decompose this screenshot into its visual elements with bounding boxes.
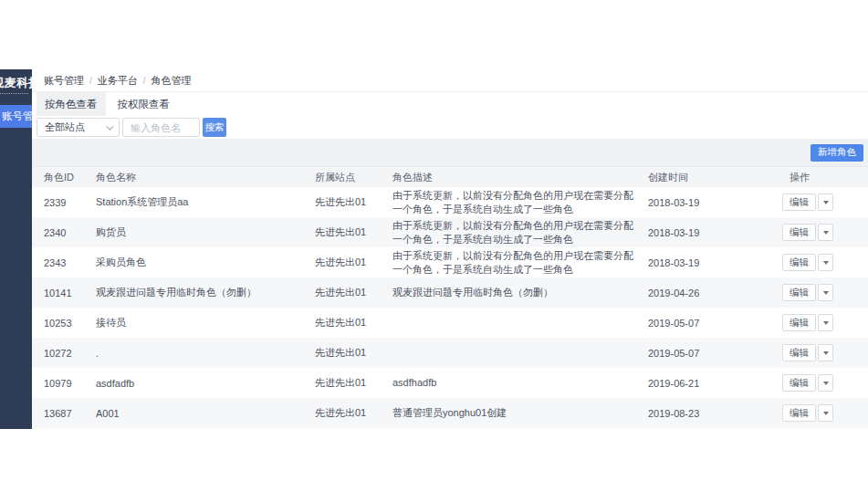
row-action-group: 编辑: [782, 224, 833, 241]
cell-site: 先进先出01: [315, 256, 392, 269]
search-button[interactable]: 搜索: [203, 118, 226, 137]
logo-text: 观麦科技: [0, 75, 32, 91]
cell-role-name: 采购员角色: [96, 256, 315, 269]
cell-desc: 由于系统更新，以前没有分配角色的用户现在需要分配一个角色，于是系统自动生成了一些…: [392, 219, 648, 246]
cell-site: 先进先出01: [315, 286, 392, 299]
caret-down-icon: [823, 231, 829, 235]
cell-role-name: Station系统管理员aa: [96, 195, 315, 209]
site-select[interactable]: 全部站点: [37, 118, 120, 137]
logo-subtitle-line: [0, 93, 28, 95]
cell-created: 2019-05-07: [648, 318, 782, 329]
table-row: 10253 接待员 先进先出01 2019-05-07 编辑: [32, 308, 868, 338]
cell-created: 2018-03-19: [648, 257, 782, 268]
breadcrumb-item-roles: 角色管理: [152, 74, 192, 88]
row-action-group: 编辑: [782, 254, 833, 271]
cell-role-id: 2340: [32, 227, 96, 238]
col-header-actions: 操作: [782, 171, 868, 184]
more-actions-button[interactable]: [818, 254, 833, 271]
table-row: 10979 asdfadfb 先进先出01 asdfhadfb 2019-06-…: [32, 368, 868, 398]
row-action-group: 编辑: [782, 314, 833, 331]
row-action-group: 编辑: [782, 344, 833, 361]
add-role-button[interactable]: 新增角色: [810, 144, 863, 162]
col-header-site: 所属站点: [315, 171, 392, 184]
more-actions-button[interactable]: [818, 224, 833, 241]
cell-site: 先进先出01: [315, 346, 392, 360]
cell-actions: 编辑: [782, 344, 868, 361]
edit-button[interactable]: 编辑: [782, 314, 816, 331]
cell-created: 2018-03-19: [648, 197, 782, 208]
col-header-role-id: 角色ID: [32, 171, 96, 184]
role-name-input[interactable]: [122, 118, 200, 137]
tab-view-by-permission[interactable]: 按权限查看: [110, 92, 179, 116]
edit-button[interactable]: 编辑: [782, 284, 816, 301]
table-row: 2340 购货员 先进先出01 由于系统更新，以前没有分配角色的用户现在需要分配…: [32, 217, 868, 247]
sidebar-item-account-management[interactable]: 账号管理: [0, 105, 32, 128]
cell-created: 2019-08-23: [648, 408, 782, 419]
col-header-desc: 角色描述: [392, 171, 648, 184]
breadcrumb-separator: /: [143, 76, 146, 86]
edit-button[interactable]: 编辑: [782, 374, 816, 392]
cell-role-id: 10253: [32, 318, 96, 329]
cell-role-id: 2343: [32, 257, 96, 268]
toolbar: 新增角色: [32, 139, 868, 166]
caret-down-icon: [823, 201, 829, 204]
tab-view-by-role[interactable]: 按角色查看: [37, 92, 106, 116]
tabs: 按角色查看 按权限查看: [32, 92, 868, 116]
cell-desc: 普通管理员yonghu01创建: [392, 406, 648, 420]
cell-role-name: 观麦跟进问题专用临时角色（勿删）: [96, 286, 315, 299]
cell-role-id: 13687: [32, 408, 96, 419]
caret-down-icon: [823, 261, 829, 265]
table-row: 10141 观麦跟进问题专用临时角色（勿删） 先进先出01 观麦跟进问题专用临时…: [32, 277, 868, 308]
table-row: 2339 Station系统管理员aa 先进先出01 由于系统更新，以前没有分配…: [32, 187, 868, 217]
filter-bar: 全部站点 搜索: [32, 116, 868, 139]
logo: 观麦科技: [0, 69, 32, 100]
cell-site: 先进先出01: [315, 316, 392, 329]
cell-role-name: .: [96, 348, 315, 359]
caret-down-icon: [823, 351, 829, 355]
table-row: 10272 . 先进先出01 2019-05-07 编辑: [32, 338, 868, 368]
caret-down-icon: [823, 321, 829, 325]
sidebar: 观麦科技 账号管理: [0, 69, 32, 429]
more-actions-button[interactable]: [818, 344, 833, 361]
cell-created: 2019-04-26: [648, 288, 782, 298]
edit-button[interactable]: 编辑: [782, 254, 816, 271]
more-actions-button[interactable]: [818, 284, 833, 301]
table-row: 2343 采购员角色 先进先出01 由于系统更新，以前没有分配角色的用户现在需要…: [32, 247, 868, 277]
cell-role-id: 10272: [32, 348, 96, 359]
cell-desc: asdfhadfb: [392, 376, 648, 390]
cell-actions: 编辑: [782, 254, 868, 271]
cell-role-id: 10979: [32, 378, 96, 389]
edit-button[interactable]: 编辑: [782, 404, 816, 422]
sidebar-item-label: 账号管理: [2, 110, 32, 123]
breadcrumb: 账号管理 / 业务平台 / 角色管理: [32, 69, 868, 92]
table-header-row: 角色ID 角色名称 所属站点 角色描述 创建时间 操作: [32, 166, 868, 187]
cell-site: 先进先出01: [315, 406, 392, 420]
breadcrumb-item-platform[interactable]: 业务平台: [98, 74, 138, 88]
breadcrumb-separator: /: [89, 76, 92, 86]
cell-role-id: 2339: [32, 197, 96, 208]
table-body: 2339 Station系统管理员aa 先进先出01 由于系统更新，以前没有分配…: [32, 187, 868, 428]
main-content: 账号管理 / 业务平台 / 角色管理 按角色查看 按权限查看 全部站点 搜索 新…: [32, 69, 868, 429]
cell-role-name: asdfadfb: [96, 378, 315, 389]
col-header-role-name: 角色名称: [96, 171, 315, 184]
more-actions-button[interactable]: [818, 404, 833, 422]
cell-actions: 编辑: [782, 374, 868, 392]
more-actions-button[interactable]: [818, 374, 833, 392]
cell-site: 先进先出01: [315, 225, 392, 239]
chevron-down-icon: [106, 122, 113, 130]
cell-role-id: 10141: [32, 288, 96, 298]
page: 观麦科技 账号管理 账号管理 / 业务平台 / 角色管理 按角色查看 按权限查看: [0, 0, 868, 502]
cell-desc: 由于系统更新，以前没有分配角色的用户现在需要分配一个角色，于是系统自动生成了一些…: [392, 189, 648, 216]
edit-button[interactable]: 编辑: [782, 224, 816, 241]
edit-button[interactable]: 编辑: [782, 344, 816, 361]
cell-actions: 编辑: [782, 193, 868, 211]
row-action-group: 编辑: [782, 374, 833, 392]
breadcrumb-item-account[interactable]: 账号管理: [44, 74, 84, 88]
caret-down-icon: [823, 382, 829, 385]
more-actions-button[interactable]: [818, 314, 833, 331]
roles-table: 角色ID 角色名称 所属站点 角色描述 创建时间 操作 2339 Station…: [32, 166, 868, 428]
more-actions-button[interactable]: [818, 193, 833, 211]
cell-actions: 编辑: [782, 224, 868, 241]
cell-created: 2018-03-19: [648, 227, 782, 238]
edit-button[interactable]: 编辑: [782, 193, 816, 211]
